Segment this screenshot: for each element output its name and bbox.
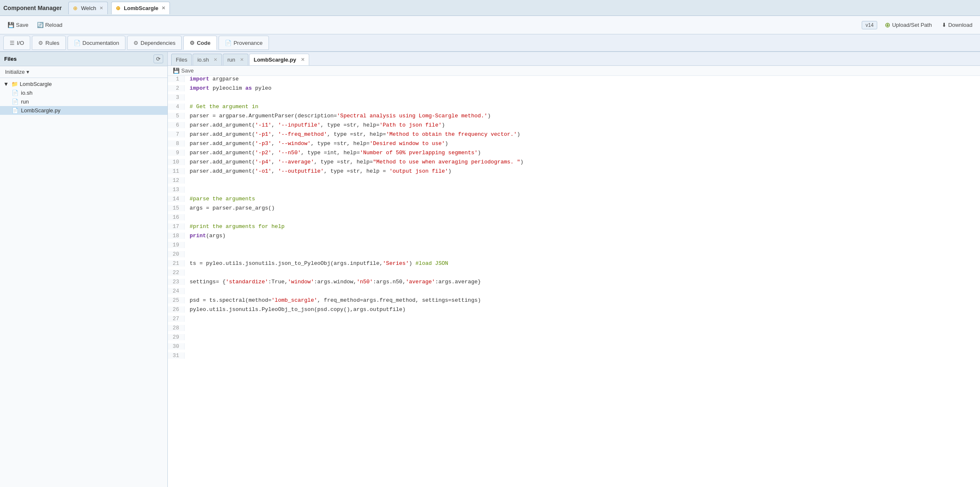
line-number: 16	[168, 214, 185, 220]
line-content[interactable]	[185, 251, 193, 257]
table-row: 25psd = ts.spectral(method='lomb_scargle…	[168, 297, 980, 306]
tab-lombscargle[interactable]: ⊕ LombScargle ✕	[111, 2, 170, 14]
toolbar-right: v14 ⊕ Upload/Set Path ⬇ Download	[862, 19, 975, 31]
code-nav-icon: ⚙	[190, 40, 195, 46]
line-number: 21	[168, 260, 185, 267]
initialize-label: Initialize ▾	[5, 69, 29, 75]
line-content[interactable]: parser.add_argument('-p2', '--n50', type…	[185, 150, 481, 156]
line-number: 8	[168, 140, 185, 147]
initialize-button[interactable]: Initialize ▾	[0, 66, 34, 78]
file-run[interactable]: 📄 run	[0, 97, 167, 106]
nav-tab-provenance[interactable]: 📄 Provenance	[219, 36, 269, 50]
line-content[interactable]	[185, 269, 193, 276]
line-content[interactable]: parser.add_argument('-p1', '--freq_metho…	[185, 131, 520, 137]
line-content[interactable]: settings= {'standardize':True,'window':a…	[185, 279, 481, 285]
line-content[interactable]	[185, 177, 193, 184]
file-lombscargle-py[interactable]: 📄 LombScargle.py	[0, 106, 167, 115]
line-content[interactable]: import pyleoclim as pyleo	[185, 85, 271, 91]
title-bar: Component Manager ⊕ Welch ✕ ⊕ LombScargl…	[0, 0, 980, 16]
line-content[interactable]: parser.add_argument('-p3', '--window', t…	[185, 140, 448, 147]
file-tree: ▼ 📁 LombScargle 📄 io.sh 📄 run 📄 LombScar…	[0, 78, 167, 117]
line-content[interactable]: ts = pyleo.utils.jsonutils.json_to_Pyleo…	[185, 260, 448, 267]
line-content[interactable]: pyleo.utils.jsonutils.PyleoObj_to_json(p…	[185, 306, 406, 313]
upload-label: Upload/Set Path	[892, 22, 932, 28]
upload-button[interactable]: ⊕ Upload/Set Path	[882, 19, 934, 31]
line-number: 29	[168, 334, 185, 340]
nav-tab-documentation-label: Documentation	[83, 40, 119, 46]
line-content[interactable]: print(args)	[185, 233, 226, 239]
file-io-sh[interactable]: 📄 io.sh	[0, 88, 167, 97]
nav-tab-provenance-label: Provenance	[234, 40, 263, 46]
editor-tab-run[interactable]: run ✕	[223, 54, 248, 65]
line-number: 11	[168, 168, 185, 174]
editor-tab-files[interactable]: Files	[171, 54, 192, 65]
line-content[interactable]: parser.add_argument('-o1', '--outputfile…	[185, 168, 451, 174]
welch-tab-label: Welch	[81, 5, 96, 11]
line-content[interactable]	[185, 187, 193, 193]
line-content[interactable]	[185, 94, 193, 101]
table-row: 17#print the arguments for help	[168, 223, 980, 233]
table-row: 2import pyleoclim as pyleo	[168, 85, 980, 94]
line-content[interactable]	[185, 214, 193, 220]
line-content[interactable]	[185, 352, 193, 359]
line-content[interactable]	[185, 334, 193, 340]
lombscargle-tab-close[interactable]: ✕	[162, 5, 165, 11]
line-content[interactable]: #parse the arguments	[185, 196, 255, 202]
table-row: 18print(args)	[168, 233, 980, 242]
line-content[interactable]: psd = ts.spectral(method='lomb_scargle',…	[185, 297, 481, 303]
file-label-io-sh: io.sh	[21, 90, 32, 96]
table-row: 31	[168, 352, 980, 362]
files-refresh-button[interactable]: ⟳	[154, 54, 163, 63]
toolbar: 💾 Save 🔄 Reload v14 ⊕ Upload/Set Path ⬇ …	[0, 16, 980, 34]
folder-lombscargle[interactable]: ▼ 📁 LombScargle	[0, 80, 167, 88]
line-content[interactable]: parser = argparse.ArgumentParser(descrip…	[185, 113, 491, 119]
line-content[interactable]	[185, 325, 193, 331]
table-row: 15args = parser.parse_args()	[168, 205, 980, 214]
welch-tab-icon: ⊕	[73, 5, 79, 11]
line-number: 27	[168, 316, 185, 322]
initialize-area: Initialize ▾	[0, 66, 167, 78]
save-button[interactable]: 💾 Save	[5, 20, 31, 30]
reload-button[interactable]: 🔄 Reload	[34, 20, 65, 30]
nav-tab-dependencies[interactable]: ⚙ Dependencies	[127, 36, 182, 50]
tab-welch[interactable]: ⊕ Welch ✕	[68, 2, 108, 14]
editor-tab-lombscargle-py[interactable]: LombScargle.py ✕	[249, 54, 309, 65]
line-content[interactable]: parser.add_argument('-p4', '--average', …	[185, 159, 524, 165]
line-content[interactable]	[185, 343, 193, 350]
editor-save-button[interactable]: 💾 Save	[173, 67, 194, 74]
line-number: 7	[168, 131, 185, 137]
editor-tab-io-sh-close[interactable]: ✕	[214, 57, 217, 62]
version-badge: v14	[862, 21, 877, 29]
editor-tab-run-close[interactable]: ✕	[240, 57, 244, 62]
line-content[interactable]: import argparse	[185, 76, 239, 82]
line-number: 19	[168, 242, 185, 248]
toolbar-left: 💾 Save 🔄 Reload	[5, 20, 65, 30]
file-icon-io-sh: 📄	[12, 90, 18, 96]
nav-tab-rules[interactable]: ⚙ Rules	[32, 36, 65, 50]
line-number: 12	[168, 177, 185, 184]
download-button[interactable]: ⬇ Download	[939, 20, 975, 30]
line-number: 31	[168, 352, 185, 359]
editor-tab-io-sh[interactable]: io.sh ✕	[193, 54, 222, 65]
line-number: 4	[168, 104, 185, 110]
folder-expand-icon: ▼	[3, 81, 9, 87]
line-number: 24	[168, 288, 185, 294]
line-content[interactable]: # Get the argument in	[185, 104, 258, 110]
file-icon-run: 📄	[12, 98, 18, 105]
line-content[interactable]	[185, 316, 193, 322]
code-area[interactable]: 1import argparse2import pyleoclim as pyl…	[168, 76, 980, 487]
table-row: 28	[168, 325, 980, 334]
nav-tab-io[interactable]: ☰ I/O	[3, 36, 30, 50]
line-content[interactable]	[185, 242, 193, 248]
editor-tab-lombscargle-py-close[interactable]: ✕	[301, 57, 305, 62]
line-content[interactable]: parser.add_argument('-i1', '--inputfile'…	[185, 122, 445, 128]
line-number: 14	[168, 196, 185, 202]
line-content[interactable]: args = parser.parse_args()	[185, 205, 275, 211]
line-number: 20	[168, 251, 185, 257]
welch-tab-close[interactable]: ✕	[99, 5, 103, 11]
nav-tab-code[interactable]: ⚙ Code	[183, 36, 217, 50]
nav-tab-documentation[interactable]: 📄 Documentation	[68, 36, 125, 50]
line-content[interactable]	[185, 288, 193, 294]
line-content[interactable]: #print the arguments for help	[185, 223, 284, 230]
table-row: 23settings= {'standardize':True,'window'…	[168, 279, 980, 288]
